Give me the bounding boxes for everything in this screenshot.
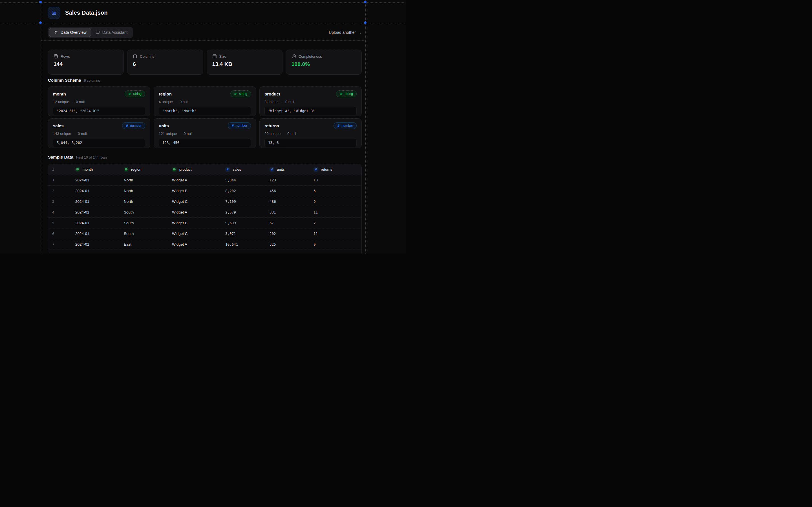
column-type-badge: string (336, 91, 357, 97)
row-index: 6 (48, 231, 75, 236)
cell-region: South (124, 221, 172, 225)
unique-count: 143 unique (53, 131, 71, 136)
cell-product: Widget B (172, 253, 225, 253)
type-label: number (236, 124, 247, 128)
table-row[interactable]: 22024-01NorthWidget B8,2024566 (48, 186, 361, 196)
schema-card-top: returns #number (264, 122, 357, 129)
schema-card-top: product string (264, 91, 357, 97)
column-sample-values: 123, 456 (159, 138, 251, 147)
column-name: units (159, 123, 169, 128)
type-label: number (130, 124, 142, 128)
guide-dot (364, 21, 366, 24)
cell-product: Widget C (172, 200, 225, 204)
table-row[interactable]: 72024-01EastWidget A10,6413250 (48, 239, 361, 250)
schema-column-card: product string 3 unique · 0 null "Widget… (259, 87, 362, 116)
column-header-label: region (131, 167, 141, 172)
cell-month: 2024-01 (75, 242, 124, 246)
column-sample-values: 5,044, 8,202 (53, 138, 145, 147)
bar-chart-icon (51, 10, 57, 16)
column-meta: 12 unique · 0 null (53, 100, 145, 104)
meta-separator: · (72, 100, 73, 104)
column-meta: 143 unique · 0 null (53, 131, 145, 136)
cell-month: 2024-01 (75, 231, 124, 236)
table-row[interactable]: 32024-01NorthWidget C7,1094869 (48, 196, 361, 207)
table-header-month: month (75, 167, 124, 172)
column-name: sales (53, 123, 64, 128)
cell-sales: 5,044 (225, 178, 269, 182)
table-row[interactable]: 42024-01SouthWidget A2,57933111 (48, 207, 361, 218)
cell-region: North (124, 189, 172, 193)
cell-region: North (124, 178, 172, 182)
cell-returns: 3 (313, 253, 361, 253)
column-name: product (264, 92, 280, 96)
stat-value: 100.0% (292, 61, 356, 67)
tabs-row: Data Overview Data Assistant Upload anot… (48, 27, 362, 38)
column-sample-values: 13, 6 (264, 138, 357, 147)
sample-section-head: Sample Data First 10 of 144 rows (48, 155, 107, 159)
meta-separator: · (74, 132, 75, 136)
cell-units: 123 (269, 178, 313, 182)
meta-separator: · (180, 132, 181, 136)
row-index: 4 (48, 210, 75, 214)
stat-value: 144 (54, 61, 118, 67)
cell-sales: 7,394 (225, 253, 269, 253)
cell-units: 325 (269, 242, 313, 246)
meta-separator: · (175, 100, 177, 104)
tab-data-assistant[interactable]: Data Assistant (91, 28, 132, 37)
table-header-returns: #returns (313, 167, 361, 172)
type-label: string (133, 92, 142, 96)
sample-subheading: First 10 of 144 rows (76, 156, 107, 159)
unique-count: 4 unique (159, 100, 173, 104)
schema-card-top: month string (53, 91, 145, 97)
stat-label: Completeness (299, 54, 322, 59)
column-meta: 20 unique · 0 null (264, 131, 357, 136)
upload-another-link[interactable]: Upload another → (329, 30, 362, 35)
cell-month: 2024-01 (75, 253, 124, 253)
stat-head: Completeness (292, 54, 356, 59)
cell-product: Widget C (172, 231, 225, 236)
table-row[interactable]: 82024-01EastWidget B7,3942183 (48, 250, 361, 253)
column-header-label: returns (321, 167, 332, 172)
unique-count: 121 unique (159, 131, 177, 136)
sample-data-table: #monthregionproduct#sales#units#returns … (48, 164, 362, 253)
row-index: 1 (48, 178, 75, 182)
cell-returns: 11 (313, 231, 361, 236)
cell-product: Widget A (172, 210, 225, 214)
cell-month: 2024-01 (75, 189, 124, 193)
cell-returns: 2 (313, 221, 361, 225)
schema-column-card: month string 12 unique · 0 null "2024-01… (48, 87, 150, 116)
sparkle-icon (54, 30, 58, 35)
table-row[interactable]: 52024-01SouthWidget B9,699672 (48, 218, 361, 228)
cell-units: 202 (269, 231, 313, 236)
database-icon (54, 54, 58, 59)
cell-returns: 9 (313, 200, 361, 204)
table-row[interactable]: 12024-01NorthWidget A5,04412313 (48, 175, 361, 186)
row-index: 3 (48, 200, 75, 204)
table-body: 12024-01NorthWidget A5,0441231322024-01N… (48, 175, 361, 253)
cell-units: 486 (269, 200, 313, 204)
table-icon (212, 54, 217, 59)
column-sample-values: "North", "North" (159, 107, 251, 115)
guide-dot (364, 1, 366, 3)
stats-grid: Rows 144 Columns 6 Size 13.4 KB Complete… (48, 50, 362, 75)
cell-region: South (124, 231, 172, 236)
null-count: 0 null (184, 131, 192, 136)
cell-product: Widget B (172, 189, 225, 193)
type-label: number (342, 124, 353, 128)
guide-line-header-bottom (0, 23, 406, 23)
table-row[interactable]: 62024-01SouthWidget C3,07120211 (48, 228, 361, 239)
stat-head: Size (212, 54, 277, 59)
cell-month: 2024-01 (75, 178, 124, 182)
tab-label: Data Assistant (102, 30, 128, 35)
file-icon-tile (48, 7, 60, 19)
tab-data-overview[interactable]: Data Overview (49, 28, 91, 37)
schema-column-card: units #number 121 unique · 0 null 123, 4… (154, 118, 256, 148)
column-meta: 4 unique · 0 null (159, 100, 251, 104)
schema-card-top: units #number (159, 122, 251, 129)
speech-bubble-icon (96, 31, 100, 35)
null-count: 0 null (180, 100, 188, 104)
guide-line-top (0, 2, 406, 3)
type-label: string (345, 92, 353, 96)
hash-icon: # (126, 124, 128, 128)
table-header-units: #units (269, 167, 313, 172)
